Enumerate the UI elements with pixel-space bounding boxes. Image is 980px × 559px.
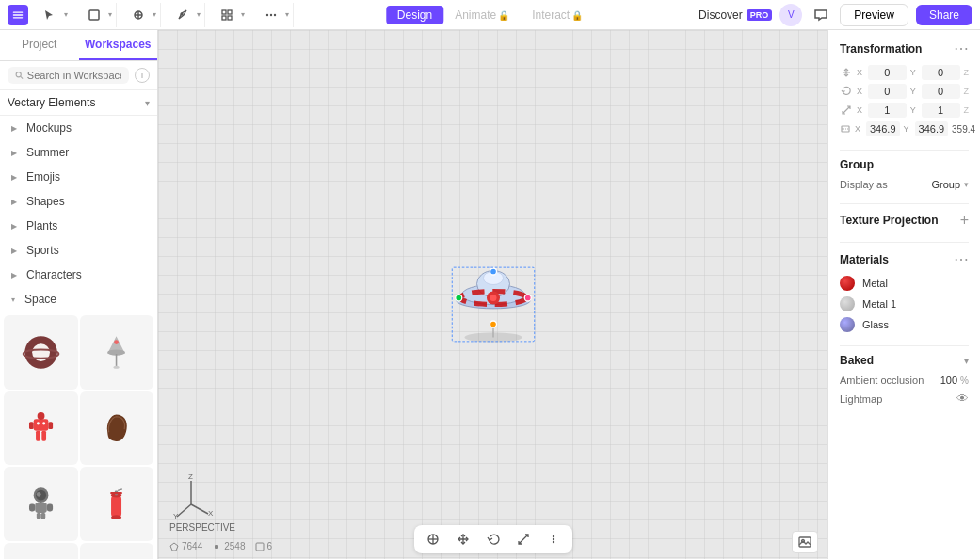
baked-dropdown-icon[interactable]: ▾ [964,356,969,366]
materials-title: Materials [840,253,889,266]
size-y-val[interactable]: 346.9 [915,121,949,136]
svg-point-72 [490,268,496,275]
svg-text:Z: Z [188,472,193,481]
category-shapes[interactable]: ▶ Shapes [0,189,157,214]
position-x-val[interactable]: 0 [868,65,907,80]
category-mockups[interactable]: ▶ Mockups [0,116,157,140]
workspace-selector[interactable]: Vectary Elements ▾ [0,90,157,116]
thumb-blob[interactable] [80,391,154,466]
more-tool-btn[interactable] [259,3,283,27]
ambient-occlusion-value[interactable]: 100 % [940,375,969,386]
transformation-title: Transformation [840,42,922,56]
material-metal1[interactable]: Metal 1 [840,296,969,311]
group-display-row: Display as Group ▾ [840,179,969,190]
canvas-move-btn[interactable] [450,528,476,551]
canvas-area[interactable]: Z Y X PERSPECTIVE 7644 2548 [158,30,827,559]
svg-rect-27 [29,422,34,429]
size-x-val[interactable]: 346.9 [866,121,900,136]
thumb-top[interactable] [80,315,154,390]
preview-btn[interactable]: Preview [840,4,908,26]
canvas-tools [414,525,572,553]
svg-rect-29 [36,431,40,441]
lightmap-eye-icon[interactable]: 👁 [956,391,969,406]
share-btn[interactable]: Share [916,5,972,25]
thumb-cylinder[interactable] [80,467,154,541]
thumb-astronaut[interactable] [4,467,78,541]
baked-header: Baked ▾ [840,354,969,367]
search-input[interactable] [27,70,121,81]
position-x-field: X 0 [857,65,907,80]
svg-point-90 [552,541,554,543]
thumb-ufo[interactable] [80,543,154,560]
select-chevron: ▾ [64,10,68,19]
interact-mode-btn[interactable]: Interact🔒 [521,6,594,24]
materials-header: Materials ⋯ [840,250,969,268]
texture-add-icon[interactable]: + [960,212,969,229]
svg-rect-0 [13,11,24,12]
category-space[interactable]: ▾ Space [0,287,157,311]
svg-rect-36 [29,503,35,511]
canvas-scale-btn[interactable] [510,528,537,551]
animate-mode-btn[interactable]: Animate🔒 [443,6,521,24]
category-emojis[interactable]: ▶ Emojis [0,165,157,189]
material-metal[interactable]: Metal [840,276,969,291]
transform-scale-row: X 1 Y 1 Z [840,103,969,118]
scale-x-val[interactable]: 1 [868,103,907,118]
avatar[interactable]: V [779,4,802,26]
lightmap-label: Lightmap [840,393,882,405]
svg-point-74 [490,321,496,327]
assets-tool-btn[interactable] [215,3,239,27]
canvas-select-btn[interactable] [420,528,446,551]
scale-y-val[interactable]: 1 [922,103,960,118]
tab-project[interactable]: Project [0,30,79,60]
chat-icon[interactable] [810,4,832,26]
category-plants[interactable]: ▶ Plants [0,214,157,238]
info-icon[interactable]: i [135,68,150,83]
design-mode-btn[interactable]: Design [386,6,443,24]
position-y-val[interactable]: 0 [922,65,960,80]
pen-tool-btn[interactable] [170,3,195,27]
material-glass[interactable]: Glass [840,317,969,332]
baked-section: Baked ▾ Ambient occlusion 100 % Lightmap… [840,354,969,406]
mode-switcher: Design Animate🔒 Interact🔒 [386,6,594,24]
svg-point-24 [114,340,119,344]
cursor-tool-btn[interactable] [38,3,62,27]
category-characters[interactable]: ▶ Characters [0,263,157,287]
divider-1 [840,150,969,151]
canvas-more-btn[interactable] [540,528,567,551]
display-as-value[interactable]: Group ▾ [931,179,969,190]
material-metal1-swatch [840,296,855,311]
plants-arrow-icon: ▶ [11,222,17,231]
canvas-image-btn[interactable] [792,531,818,553]
stat-vertices: 2548 [212,541,245,551]
transformation-more-icon[interactable]: ⋯ [954,40,969,57]
svg-point-71 [455,295,461,301]
mockups-arrow-icon: ▶ [11,124,17,133]
svg-point-73 [524,295,531,301]
category-summer[interactable]: ▶ Summer [0,140,157,165]
stat-polygons: 7644 [169,541,202,551]
3d-object[interactable] [427,222,559,354]
canvas-rotate-btn[interactable] [480,528,506,551]
interact-lock-icon: 🔒 [571,10,583,21]
category-sports[interactable]: ▶ Sports [0,238,157,263]
right-panel: Transformation ⋯ X 0 Y 0 Z [827,30,980,559]
svg-rect-10 [222,16,226,20]
position-icon [840,66,853,79]
thumb-bee[interactable] [4,543,78,560]
rotation-x-val[interactable]: 0 [868,84,907,99]
toolbar-right: Discover PRO V Preview Share [699,4,972,26]
materials-more-icon[interactable]: ⋯ [954,250,969,268]
thumb-donut[interactable] [4,315,78,390]
menu-icon[interactable] [8,5,28,25]
frame-tool-btn[interactable] [82,3,106,27]
thumb-robot[interactable] [4,391,78,466]
rotation-y-val[interactable]: 0 [922,84,960,99]
svg-point-43 [111,515,121,519]
svg-rect-11 [228,16,232,20]
tab-workspaces[interactable]: Workspaces [79,30,158,60]
search-box [8,67,129,84]
view-tool-btn[interactable] [126,3,151,27]
svg-text:X: X [208,509,214,518]
discover-btn[interactable]: Discover [699,8,743,22]
